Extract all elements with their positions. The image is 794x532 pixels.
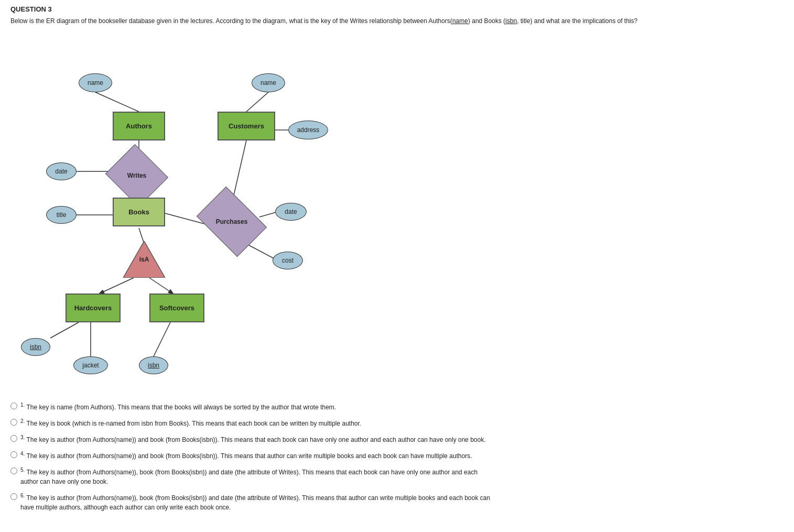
date-writes-ellipse: date — [46, 162, 77, 180]
hardcovers-entity: Hardcovers — [66, 294, 121, 322]
cost-ellipse: cost — [273, 252, 303, 269]
svg-line-16 — [154, 322, 170, 356]
svg-line-1 — [246, 92, 268, 112]
writes-relationship: Writes — [113, 155, 160, 197]
isbn-right-ellipse: isbn — [139, 356, 168, 374]
purchases-relationship: Purchases — [203, 201, 260, 243]
option-4: 4. The key is author (from Authors(name)… — [10, 450, 784, 461]
answer-options: 1. The key is name (from Authors). This … — [10, 401, 784, 512]
radio-4[interactable] — [10, 451, 17, 458]
address-ellipse: address — [288, 121, 328, 139]
name-ellipse-customers: name — [252, 73, 285, 92]
question-text: Below is the ER diagram of the bookselle… — [10, 16, 784, 26]
svg-line-13 — [149, 278, 173, 294]
date-purchases-ellipse: date — [275, 203, 307, 221]
radio-5[interactable] — [10, 468, 17, 474]
option-6: 6. The key is author (from Authors(name)… — [10, 492, 784, 512]
books-entity: Books — [113, 198, 165, 226]
option-1: 1. The key is name (from Authors). This … — [10, 401, 784, 412]
radio-3[interactable] — [10, 435, 17, 442]
radio-1[interactable] — [10, 403, 17, 409]
title-ellipse: title — [46, 206, 77, 224]
question-header: QUESTION 3 — [10, 5, 784, 13]
isa-triangle: isA — [123, 241, 165, 278]
option-5: 5. The key is author (from Authors(name)… — [10, 466, 784, 486]
option-3: 3. The key is author (from Authors(name)… — [10, 433, 784, 444]
svg-line-0 — [95, 92, 139, 112]
authors-entity: Authors — [113, 112, 165, 140]
name-ellipse-authors: name — [79, 73, 112, 92]
option-2: 2. The key is book (which is re-named fr… — [10, 417, 784, 428]
svg-line-14 — [50, 322, 79, 338]
customers-entity: Customers — [217, 112, 275, 140]
svg-line-12 — [100, 278, 134, 294]
radio-6[interactable] — [10, 493, 17, 500]
softcovers-entity: Softcovers — [149, 294, 204, 322]
jacket-ellipse: jacket — [73, 356, 108, 374]
er-diagram: name name Authors Customers address date… — [10, 34, 351, 390]
radio-2[interactable] — [10, 419, 17, 426]
isbn-left-ellipse: isbn — [21, 338, 50, 356]
